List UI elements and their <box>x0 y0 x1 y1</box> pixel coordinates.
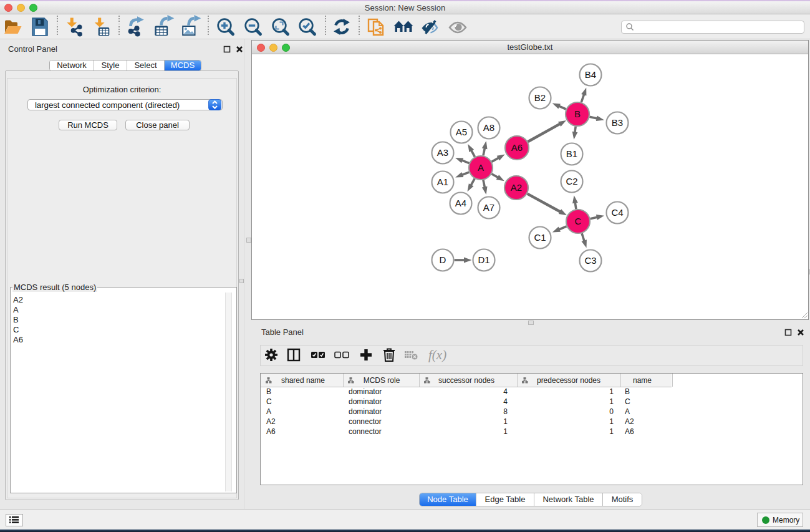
svg-text:A: A <box>478 162 484 173</box>
svg-text:1: 1 <box>609 397 614 406</box>
svg-text:C3: C3 <box>584 255 596 266</box>
svg-text:C1: C1 <box>534 232 546 243</box>
svg-text:predecessor nodes: predecessor nodes <box>537 376 600 385</box>
svg-text:C2: C2 <box>566 176 577 186</box>
svg-text:C: C <box>625 397 630 406</box>
svg-text:A3: A3 <box>437 147 448 158</box>
svg-text:B4: B4 <box>585 69 596 80</box>
svg-text:A: A <box>266 407 271 416</box>
svg-text:4: 4 <box>503 397 508 406</box>
svg-text:connector: connector <box>349 417 382 426</box>
svg-text:0: 0 <box>609 407 614 416</box>
svg-text:A4: A4 <box>455 198 466 208</box>
svg-text:1: 1 <box>609 387 614 396</box>
svg-text:A2: A2 <box>625 417 634 426</box>
svg-text:connector: connector <box>349 427 382 436</box>
svg-text:B2: B2 <box>534 92 546 103</box>
svg-text:B1: B1 <box>566 148 577 159</box>
svg-text:dominator: dominator <box>349 397 382 406</box>
svg-text:1: 1 <box>503 427 508 436</box>
svg-text:1: 1 <box>609 427 614 436</box>
svg-text:B3: B3 <box>612 117 623 128</box>
svg-text:A6: A6 <box>625 427 634 436</box>
svg-text:C4: C4 <box>611 207 623 218</box>
svg-text:MCDS role: MCDS role <box>364 376 400 385</box>
svg-text:dominator: dominator <box>349 407 382 416</box>
svg-text:D1: D1 <box>478 254 489 265</box>
svg-text:C: C <box>266 397 272 406</box>
svg-text:A5: A5 <box>456 127 467 137</box>
svg-text:shared name: shared name <box>281 376 325 385</box>
svg-text:name: name <box>633 376 652 385</box>
svg-text:8: 8 <box>503 407 508 416</box>
svg-text:A8: A8 <box>483 122 494 133</box>
svg-text:B: B <box>625 387 630 396</box>
svg-text:A2: A2 <box>511 182 522 193</box>
svg-text:A1: A1 <box>437 177 448 187</box>
svg-text:D: D <box>440 254 446 265</box>
svg-text:A7: A7 <box>483 202 494 213</box>
svg-text:dominator: dominator <box>349 387 382 396</box>
svg-text:B: B <box>574 109 581 119</box>
svg-text:A2: A2 <box>266 417 276 426</box>
svg-text:4: 4 <box>503 387 508 396</box>
svg-text:A6: A6 <box>266 427 276 436</box>
svg-text:A: A <box>625 407 630 416</box>
svg-text:f(x): f(x) <box>428 347 446 362</box>
svg-text:1: 1 <box>503 417 508 426</box>
svg-text:1: 1 <box>609 417 614 426</box>
svg-text:B: B <box>266 387 271 396</box>
svg-text:successor nodes: successor nodes <box>438 376 494 385</box>
svg-text:A6: A6 <box>511 142 523 153</box>
svg-text:C: C <box>575 216 582 226</box>
